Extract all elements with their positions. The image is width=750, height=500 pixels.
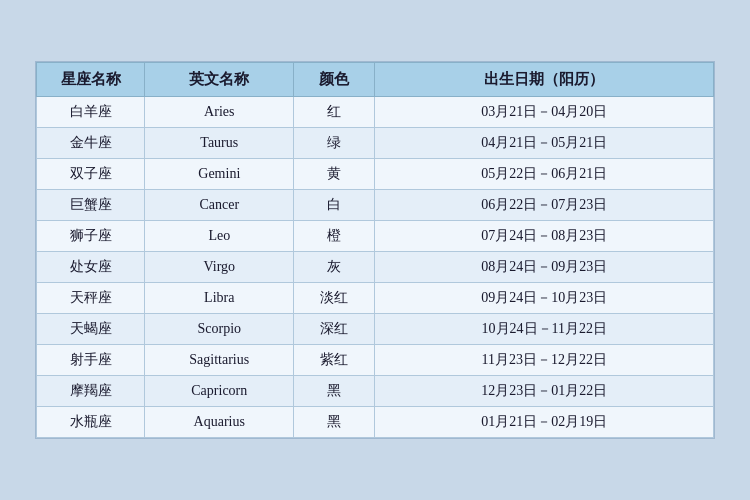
cell-date: 11月23日－12月22日: [375, 345, 714, 376]
cell-color: 灰: [294, 252, 375, 283]
cell-color: 黑: [294, 376, 375, 407]
table-row: 处女座Virgo灰08月24日－09月23日: [37, 252, 714, 283]
table-row: 金牛座Taurus绿04月21日－05月21日: [37, 128, 714, 159]
cell-color: 黄: [294, 159, 375, 190]
cell-en: Cancer: [145, 190, 294, 221]
header-zh: 星座名称: [37, 63, 145, 97]
cell-zh: 天秤座: [37, 283, 145, 314]
cell-zh: 射手座: [37, 345, 145, 376]
table-row: 狮子座Leo橙07月24日－08月23日: [37, 221, 714, 252]
cell-date: 04月21日－05月21日: [375, 128, 714, 159]
cell-zh: 摩羯座: [37, 376, 145, 407]
cell-date: 01月21日－02月19日: [375, 407, 714, 438]
cell-date: 08月24日－09月23日: [375, 252, 714, 283]
zodiac-table-container: 星座名称 英文名称 颜色 出生日期（阳历） 白羊座Aries红03月21日－04…: [35, 61, 715, 439]
table-row: 摩羯座Capricorn黑12月23日－01月22日: [37, 376, 714, 407]
cell-en: Scorpio: [145, 314, 294, 345]
cell-zh: 天蝎座: [37, 314, 145, 345]
table-row: 天蝎座Scorpio深红10月24日－11月22日: [37, 314, 714, 345]
cell-en: Capricorn: [145, 376, 294, 407]
cell-en: Aries: [145, 97, 294, 128]
cell-date: 10月24日－11月22日: [375, 314, 714, 345]
cell-date: 06月22日－07月23日: [375, 190, 714, 221]
cell-zh: 双子座: [37, 159, 145, 190]
cell-zh: 金牛座: [37, 128, 145, 159]
cell-color: 深红: [294, 314, 375, 345]
zodiac-table: 星座名称 英文名称 颜色 出生日期（阳历） 白羊座Aries红03月21日－04…: [36, 62, 714, 438]
cell-en: Gemini: [145, 159, 294, 190]
cell-color: 绿: [294, 128, 375, 159]
header-date: 出生日期（阳历）: [375, 63, 714, 97]
table-row: 白羊座Aries红03月21日－04月20日: [37, 97, 714, 128]
cell-date: 12月23日－01月22日: [375, 376, 714, 407]
table-body: 白羊座Aries红03月21日－04月20日金牛座Taurus绿04月21日－0…: [37, 97, 714, 438]
cell-color: 黑: [294, 407, 375, 438]
header-en: 英文名称: [145, 63, 294, 97]
cell-zh: 巨蟹座: [37, 190, 145, 221]
cell-color: 白: [294, 190, 375, 221]
cell-en: Virgo: [145, 252, 294, 283]
cell-en: Taurus: [145, 128, 294, 159]
table-row: 双子座Gemini黄05月22日－06月21日: [37, 159, 714, 190]
cell-zh: 白羊座: [37, 97, 145, 128]
table-row: 水瓶座Aquarius黑01月21日－02月19日: [37, 407, 714, 438]
cell-date: 07月24日－08月23日: [375, 221, 714, 252]
cell-zh: 水瓶座: [37, 407, 145, 438]
table-row: 射手座Sagittarius紫红11月23日－12月22日: [37, 345, 714, 376]
cell-date: 05月22日－06月21日: [375, 159, 714, 190]
table-row: 天秤座Libra淡红09月24日－10月23日: [37, 283, 714, 314]
cell-date: 03月21日－04月20日: [375, 97, 714, 128]
cell-color: 淡红: [294, 283, 375, 314]
cell-en: Libra: [145, 283, 294, 314]
cell-zh: 处女座: [37, 252, 145, 283]
cell-color: 红: [294, 97, 375, 128]
cell-date: 09月24日－10月23日: [375, 283, 714, 314]
table-header-row: 星座名称 英文名称 颜色 出生日期（阳历）: [37, 63, 714, 97]
cell-en: Leo: [145, 221, 294, 252]
header-color: 颜色: [294, 63, 375, 97]
cell-zh: 狮子座: [37, 221, 145, 252]
cell-en: Sagittarius: [145, 345, 294, 376]
cell-en: Aquarius: [145, 407, 294, 438]
cell-color: 紫红: [294, 345, 375, 376]
table-row: 巨蟹座Cancer白06月22日－07月23日: [37, 190, 714, 221]
cell-color: 橙: [294, 221, 375, 252]
